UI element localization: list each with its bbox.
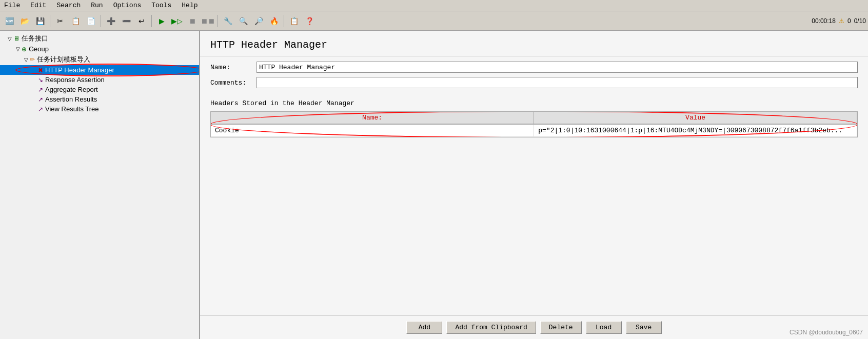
load-button[interactable]: Load bbox=[586, 321, 622, 334]
menu-search[interactable]: Search bbox=[54, 2, 83, 9]
sidebar-item-geoup[interactable]: ▽ ⊕ Geoup bbox=[0, 44, 199, 54]
comments-row: Comments: bbox=[210, 77, 858, 88]
menu-run[interactable]: Run bbox=[89, 2, 105, 9]
toolbar-paste[interactable]: 📄 bbox=[84, 14, 98, 28]
toolbar-open[interactable]: 📂 bbox=[17, 14, 32, 28]
expand-icon-task-plan: ▽ bbox=[23, 57, 30, 63]
toolbar-add[interactable]: ➕ bbox=[104, 14, 118, 28]
menu-file[interactable]: File bbox=[2, 2, 22, 9]
status-warnings: 0 bbox=[847, 17, 851, 25]
toolbar-start[interactable]: ▶ bbox=[154, 14, 169, 28]
task-plan-icon: ✏ bbox=[30, 56, 35, 63]
toolbar-cut[interactable]: ✂ bbox=[53, 14, 67, 28]
assertion-results-icon: ↗ bbox=[38, 96, 43, 103]
toolbar-separator-3 bbox=[151, 15, 152, 27]
expand-icon-response-assertion bbox=[31, 77, 38, 83]
toolbar-binoculars[interactable]: 🔎 bbox=[251, 14, 266, 28]
add-from-clipboard-button[interactable]: Add from Clipboard bbox=[446, 321, 536, 334]
sidebar-item-aggregate-report[interactable]: ↗ Aggregate Report bbox=[0, 85, 199, 94]
sidebar-item-http-header[interactable]: ✖ HTTP Header Manager bbox=[0, 65, 199, 75]
sidebar: ▽ 🖥 任务接口 ▽ ⊕ Geoup ▽ ✏ 任务计划模板导入 ✖ HTTP H… bbox=[0, 31, 200, 339]
sidebar-item-view-results-tree[interactable]: ↗ View Results Tree bbox=[0, 104, 199, 114]
toolbar-flame[interactable]: 🔥 bbox=[267, 14, 281, 28]
sidebar-item-assertion-results-label: Assertion Results bbox=[45, 95, 97, 103]
sidebar-item-http-header-label: HTTP Header Manager bbox=[45, 66, 114, 74]
toolbar-undo[interactable]: ↩ bbox=[134, 14, 149, 28]
name-input[interactable] bbox=[257, 62, 858, 73]
comments-label: Comments: bbox=[210, 79, 257, 87]
toolbar-save[interactable]: 💾 bbox=[33, 14, 47, 28]
main-layout: ▽ 🖥 任务接口 ▽ ⊕ Geoup ▽ ✏ 任务计划模板导入 ✖ HTTP H… bbox=[0, 31, 868, 339]
sidebar-item-task-port-label: 任务接口 bbox=[22, 34, 48, 43]
table-wrapper: Name: Value Cookie p="2|1:0|10:163100064… bbox=[210, 111, 858, 315]
toolbar-stop[interactable]: ⏹ bbox=[185, 14, 200, 28]
expand-icon-view-results-tree bbox=[31, 106, 38, 112]
bottom-buttons: Add Add from Clipboard Delete Load Save bbox=[200, 315, 868, 339]
expand-icon-task-port: ▽ bbox=[6, 36, 13, 42]
toolbar-start-no-pause[interactable]: ▶▷ bbox=[170, 14, 184, 28]
table-cell-value: p="2|1:0|10:1631000644|1:p|16:MTU4ODc4Mj… bbox=[534, 124, 857, 137]
headers-section-title: Headers Stored in the Header Manager bbox=[210, 97, 858, 109]
toolbar-clear[interactable]: 🔧 bbox=[221, 14, 235, 28]
toolbar-help[interactable]: ❓ bbox=[302, 14, 317, 28]
response-assertion-icon: ↘ bbox=[38, 76, 43, 84]
toolbar-separator-5 bbox=[284, 15, 284, 27]
name-row: Name: bbox=[210, 62, 858, 73]
sidebar-item-view-results-tree-label: View Results Tree bbox=[45, 105, 99, 113]
comments-input[interactable] bbox=[257, 77, 858, 88]
geoup-icon: ⊕ bbox=[22, 46, 27, 53]
watermark: CSDN @doudoubug_0607 bbox=[790, 329, 863, 336]
toolbar-copy[interactable]: 📋 bbox=[68, 14, 83, 28]
expand-icon-assertion-results bbox=[31, 96, 38, 102]
toolbar-separator-1 bbox=[50, 15, 50, 27]
menu-help[interactable]: Help bbox=[180, 2, 200, 9]
menu-tools[interactable]: Tools bbox=[149, 2, 173, 9]
col-header-name: Name: bbox=[211, 112, 534, 124]
view-results-tree-icon: ↗ bbox=[38, 106, 43, 113]
form-section: Name: Comments: bbox=[200, 56, 868, 97]
name-label: Name: bbox=[210, 64, 257, 71]
toolbar-stop-now[interactable]: ⏹⏹ bbox=[201, 14, 215, 28]
content-panel: HTTP Header Manager Name: Comments: Head… bbox=[200, 31, 868, 339]
toolbar-find[interactable]: 🔍 bbox=[236, 14, 250, 28]
toolbar-separator-4 bbox=[218, 15, 218, 27]
http-header-icon: ✖ bbox=[38, 67, 43, 74]
sidebar-item-geoup-label: Geoup bbox=[29, 45, 49, 53]
table-row: Cookie p="2|1:0|10:1631000644|1:p|16:MTU… bbox=[211, 124, 857, 137]
headers-section: Headers Stored in the Header Manager Nam… bbox=[200, 97, 868, 315]
expand-icon-aggregate-report bbox=[31, 87, 38, 92]
sidebar-item-task-port[interactable]: ▽ 🖥 任务接口 bbox=[0, 33, 199, 44]
expand-icon-http-header bbox=[31, 67, 38, 73]
aggregate-report-icon: ↗ bbox=[38, 86, 43, 93]
toolbar-status: 00:00:18 ⚠ 0 0/10 bbox=[812, 17, 866, 25]
menu-edit[interactable]: Edit bbox=[28, 2, 48, 9]
sidebar-item-task-plan[interactable]: ▽ ✏ 任务计划模板导入 bbox=[0, 54, 199, 65]
toolbar-separator-2 bbox=[101, 15, 101, 27]
expand-icon-geoup: ▽ bbox=[14, 46, 22, 52]
headers-table: Name: Value Cookie p="2|1:0|10:163100064… bbox=[211, 112, 857, 137]
sidebar-item-response-assertion-label: Response Assertion bbox=[45, 76, 105, 84]
sidebar-item-response-assertion[interactable]: ↘ Response Assertion bbox=[0, 75, 199, 85]
sidebar-item-aggregate-report-label: Aggregate Report bbox=[45, 86, 98, 93]
status-errors: 0/10 bbox=[854, 17, 866, 25]
toolbar-remove[interactable]: ➖ bbox=[119, 14, 133, 28]
toolbar-list[interactable]: 📋 bbox=[287, 14, 301, 28]
sidebar-item-task-plan-label: 任务计划模板导入 bbox=[37, 55, 90, 64]
table-cell-name: Cookie bbox=[211, 124, 534, 137]
task-port-icon: 🖥 bbox=[13, 35, 19, 42]
save-button[interactable]: Save bbox=[626, 321, 662, 334]
menu-options[interactable]: Options bbox=[111, 2, 144, 9]
panel-title: HTTP Header Manager bbox=[200, 31, 868, 56]
col-header-value: Value bbox=[534, 112, 857, 124]
add-button[interactable]: Add bbox=[406, 321, 442, 334]
toolbar: 🆕 📂 💾 ✂ 📋 📄 ➕ ➖ ↩ ▶ ▶▷ ⏹ ⏹⏹ 🔧 🔍 🔎 🔥 📋 ❓ … bbox=[0, 11, 868, 31]
status-warning-icon: ⚠ bbox=[839, 17, 844, 25]
headers-table-container: Name: Value Cookie p="2|1:0|10:163100064… bbox=[210, 111, 858, 137]
toolbar-new[interactable]: 🆕 bbox=[2, 14, 16, 28]
delete-button[interactable]: Delete bbox=[540, 321, 582, 334]
menubar: File Edit Search Run Options Tools Help bbox=[0, 0, 868, 11]
sidebar-item-assertion-results[interactable]: ↗ Assertion Results bbox=[0, 94, 199, 104]
status-time: 00:00:18 bbox=[812, 17, 836, 25]
